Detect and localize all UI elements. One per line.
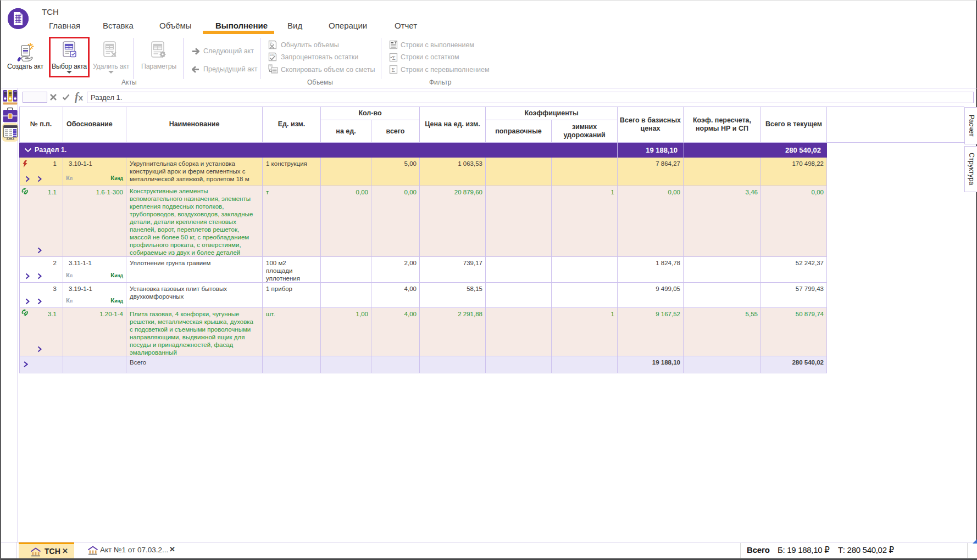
- svg-text:Σ: Σ: [392, 54, 396, 61]
- svg-text:100: 100: [269, 53, 274, 57]
- svg-text:Σ: Σ: [392, 66, 395, 73]
